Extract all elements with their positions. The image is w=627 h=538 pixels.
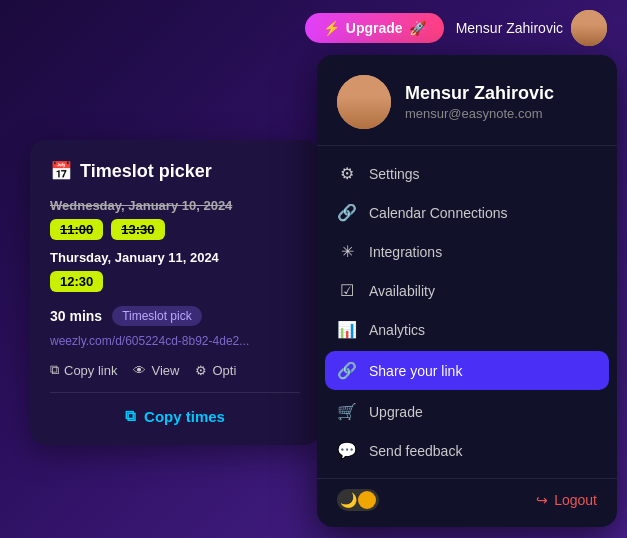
toggle-track[interactable]: 🌙: [337, 489, 379, 511]
logout-button[interactable]: ↪ Logout: [536, 492, 597, 508]
user-name-top: Mensur Zahirovic: [456, 20, 563, 36]
dropdown-user-info: Mensur Zahirovic mensur@easynote.com: [405, 83, 554, 121]
calendar-label: Calendar Connections: [369, 205, 508, 221]
toggle-thumb: [358, 491, 376, 509]
card-divider: [50, 392, 300, 393]
menu-item-analytics[interactable]: 📊 Analytics: [317, 310, 617, 349]
dropdown-user: Mensur Zahirovic mensur@easynote.com: [317, 75, 617, 146]
options-button[interactable]: ⚙ Opti: [195, 362, 236, 378]
menu-item-upgrade[interactable]: 🛒 Upgrade: [317, 392, 617, 431]
lightning-icon: ⚡: [323, 20, 340, 36]
chip-1330: 13:30: [111, 219, 164, 240]
copy-times-icon: ⧉: [125, 407, 136, 425]
user-info[interactable]: Mensur Zahirovic: [456, 10, 607, 46]
upgrade-menu-icon: 🛒: [337, 402, 357, 421]
day2-chips: 12:30: [50, 271, 300, 292]
moon-icon: 🌙: [340, 492, 357, 508]
card-actions: ⧉ Copy link 👁 View ⚙ Opti: [50, 362, 300, 378]
copy-link-label: Copy link: [64, 363, 117, 378]
menu-bottom: 🌙 ↪ Logout: [317, 478, 617, 517]
day2-label: Thursday, January 11, 2024: [50, 250, 300, 265]
duration-row: 30 mins Timeslot pick: [50, 306, 300, 326]
settings-label: Settings: [369, 166, 420, 182]
upgrade-button[interactable]: ⚡ Upgrade 🚀: [305, 13, 444, 43]
gear-menu-icon: ⚙: [337, 164, 357, 183]
card-title: 📅 Timeslot picker: [50, 160, 300, 182]
calendar-conn-icon: 🔗: [337, 203, 357, 222]
menu-item-calendar[interactable]: 🔗 Calendar Connections: [317, 193, 617, 232]
theme-toggle[interactable]: 🌙: [337, 489, 379, 511]
analytics-icon: 📊: [337, 320, 357, 339]
gear-icon: ⚙: [195, 363, 207, 378]
feedback-icon: 💬: [337, 441, 357, 460]
user-avatar-top: [571, 10, 607, 46]
menu-item-availability[interactable]: ☑ Availability: [317, 271, 617, 310]
availability-label: Availability: [369, 283, 435, 299]
dropdown-email: mensur@easynote.com: [405, 106, 554, 121]
logout-label: Logout: [554, 492, 597, 508]
copy-times-button[interactable]: ⧉ Copy times: [50, 407, 300, 425]
card-title-text: Timeslot picker: [80, 161, 212, 182]
copy-icon: ⧉: [50, 362, 59, 378]
timeslot-card: 📅 Timeslot picker Wednesday, January 10,…: [30, 140, 320, 445]
chip-1230: 12:30: [50, 271, 103, 292]
menu-item-settings[interactable]: ⚙ Settings: [317, 154, 617, 193]
dropdown-menu: Mensur Zahirovic mensur@easynote.com ⚙ S…: [317, 55, 617, 527]
day1-chips: 11:00 13:30: [50, 219, 300, 240]
chip-1100: 11:00: [50, 219, 103, 240]
dropdown-name: Mensur Zahirovic: [405, 83, 554, 104]
timeslot-badge: Timeslot pick: [112, 306, 202, 326]
upgrade-menu-label: Upgrade: [369, 404, 423, 420]
rocket-icon: 🚀: [409, 20, 426, 36]
menu-item-feedback[interactable]: 💬 Send feedback: [317, 431, 617, 470]
share-label: Share your link: [369, 363, 462, 379]
logout-icon: ↪: [536, 492, 548, 508]
dropdown-avatar: [337, 75, 391, 129]
feedback-label: Send feedback: [369, 443, 462, 459]
copy-link-button[interactable]: ⧉ Copy link: [50, 362, 117, 378]
menu-item-integrations[interactable]: ✳ Integrations: [317, 232, 617, 271]
integrations-icon: ✳: [337, 242, 357, 261]
view-button[interactable]: 👁 View: [133, 362, 179, 378]
eye-icon: 👁: [133, 363, 146, 378]
share-link-icon: 🔗: [337, 361, 357, 380]
analytics-label: Analytics: [369, 322, 425, 338]
share-link: weezly.com/d/605224cd-8b92-4de2...: [50, 334, 300, 348]
top-bar: ⚡ Upgrade 🚀 Mensur Zahirovic: [0, 0, 627, 56]
integrations-label: Integrations: [369, 244, 442, 260]
options-label: Opti: [212, 363, 236, 378]
day1-label: Wednesday, January 10, 2024: [50, 198, 300, 213]
calendar-icon: 📅: [50, 160, 72, 182]
duration-text: 30 mins: [50, 308, 102, 324]
menu-item-share[interactable]: 🔗 Share your link: [325, 351, 609, 390]
availability-icon: ☑: [337, 281, 357, 300]
upgrade-label: Upgrade: [346, 20, 403, 36]
copy-times-label: Copy times: [144, 408, 225, 425]
view-label: View: [151, 363, 179, 378]
